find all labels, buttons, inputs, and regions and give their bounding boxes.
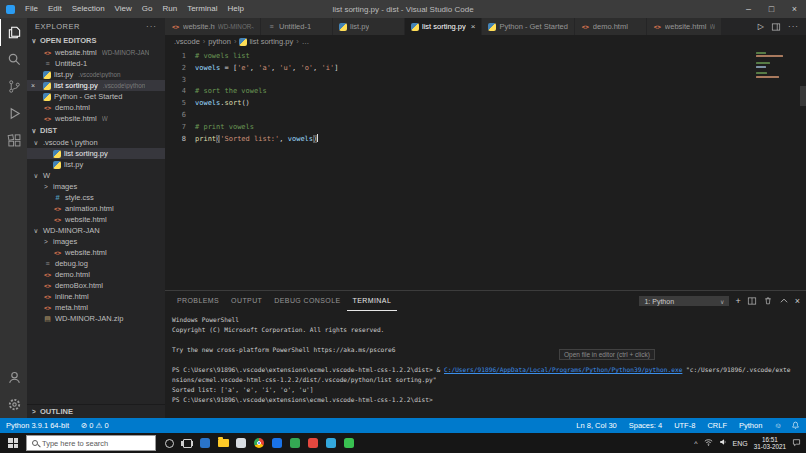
activity-extensions-icon[interactable] [0,127,27,154]
menu-selection[interactable]: Selection [67,0,110,18]
tree-item-website-html[interactable]: <>website.html [27,247,165,258]
panel-tab-debug-console[interactable]: DEBUG CONSOLE [268,291,346,311]
tray-expand-icon[interactable]: ^ [694,440,697,447]
status-indentation[interactable]: Spaces: 4 [623,421,668,430]
tree-item-list-py[interactable]: list.py [27,159,165,170]
tab-demo-html[interactable]: <>demo.html [575,18,647,35]
close-icon[interactable]: × [469,22,476,31]
tab-website-html[interactable]: <>website.htmlW [647,18,723,35]
taskbar-app-edge-icon[interactable] [196,433,214,453]
status-language-mode[interactable]: Python [733,421,768,430]
status-python-version[interactable]: Python 3.9.1 64-bit [0,421,75,430]
activity-settings-icon[interactable] [0,391,27,418]
terminal[interactable]: Windows PowerShellCopyright (C) Microsof… [165,311,806,418]
taskbar-app-store-icon[interactable] [268,433,286,453]
panel-tab-problems[interactable]: PROBLEMS [171,291,225,311]
close-icon[interactable]: × [31,82,35,89]
tree-item-demo-html[interactable]: <>demo.html [27,269,165,280]
panel-tab-output[interactable]: OUTPUT [225,291,268,311]
sidebar-more-actions-icon[interactable]: ··· [146,22,157,31]
open-editor-list-py[interactable]: list.py.vscode\python [27,69,165,80]
status-cursor-position[interactable]: Ln 8, Col 30 [570,421,622,430]
breadcrumb-item-python[interactable]: python [208,37,231,46]
status-encoding[interactable]: UTF-8 [668,421,701,430]
start-button[interactable] [0,433,26,453]
split-editor-button[interactable] [771,22,781,32]
tree-item-website-html[interactable]: <>website.html [27,214,165,225]
tree-item-list-sorting-py[interactable]: list sorting.py [27,148,165,159]
open-editor-website-html[interactable]: <>website.htmlWD-MINOR-JAN [27,47,165,58]
volume-icon[interactable] [719,438,727,448]
minimize-button[interactable]: – [737,0,760,18]
taskbar-app-telegram-icon[interactable] [322,433,340,453]
taskbar-cortana-icon[interactable] [160,433,178,453]
status-problems[interactable]: ⊘ 0 ⚠ 0 [75,421,115,430]
tree-item-style-css[interactable]: #style.css [27,192,165,203]
outline-section-header[interactable]: > OUTLINE [27,404,165,418]
more-actions-icon[interactable]: ··· [788,22,799,31]
status-feedback[interactable]: ☺ [768,421,788,430]
maximize-panel-button[interactable] [779,296,789,306]
tree-item-animation-html[interactable]: <>animation.html [27,203,165,214]
open-editor-list-sorting-py[interactable]: ×list sorting.py.vscode\python [27,80,165,91]
code-line[interactable]: 6 [165,110,806,122]
breadcrumb-item-list-sorting-py[interactable]: list sorting.py [239,37,293,46]
run-file-button[interactable]: ▷ [758,22,764,31]
tree-item-wd-minor-jan[interactable]: ∨WD-MINOR-JAN [27,225,165,236]
tree-item-w[interactable]: ∨W [27,170,165,181]
close-panel-button[interactable]: × [795,296,800,306]
code-line[interactable]: 8print('Sorted list:', vowels) [165,134,806,146]
open-editor-python-get-started[interactable]: Python - Get Started [27,91,165,102]
taskbar-app-media-icon[interactable] [304,433,322,453]
minimap[interactable] [756,52,798,79]
taskbar-app-chrome-icon[interactable] [250,433,268,453]
code-line[interactable]: 1# vowels list [165,51,806,63]
code-line[interactable]: 2vowels = ['e', 'a', 'u', 'o', 'i'] [165,63,806,75]
code-line[interactable]: 4# sort the vowels [165,86,806,98]
open-editor-demo-html[interactable]: <>demo.html [27,102,165,113]
split-terminal-button[interactable] [747,296,757,306]
close-button[interactable]: × [783,0,806,18]
menu-edit[interactable]: Edit [43,0,67,18]
code-editor[interactable]: 1# vowels list2vowels = ['e', 'a', 'u', … [165,48,806,290]
maximize-button[interactable]: □ [760,0,783,18]
tree-item-images[interactable]: >images [27,181,165,192]
open-editor-untitled-1[interactable]: ≡Untitled-1 [27,58,165,69]
code-line[interactable]: 5vowels.sort() [165,98,806,110]
tree-item-images[interactable]: >images [27,236,165,247]
editor-scrollbar[interactable] [800,86,806,106]
taskbar-file-explorer-icon[interactable] [214,433,232,453]
taskbar-app-sheets-icon[interactable] [286,433,304,453]
tree-item-vscode-python[interactable]: ∨.vscode \ python [27,137,165,148]
menu-terminal[interactable]: Terminal [182,0,222,18]
menu-run[interactable]: Run [157,0,182,18]
code-line[interactable]: 7# print vowels [165,122,806,134]
activity-explorer-icon[interactable] [0,19,27,46]
menu-file[interactable]: File [20,0,43,18]
tree-item-meta-html[interactable]: <>meta.html [27,302,165,313]
new-terminal-button[interactable]: + [735,296,740,306]
terminal-shell-selector[interactable]: 1: Python ∨ [639,296,729,306]
taskbar-task-view-icon[interactable] [178,433,196,453]
tree-item-debug-log[interactable]: ≡debug.log [27,258,165,269]
menu-go[interactable]: Go [137,0,158,18]
breadcrumb-item-[interactable]: … [302,37,310,46]
kill-terminal-button[interactable] [763,296,773,306]
code-line[interactable]: 3 [165,75,806,87]
tree-item-demobox-html[interactable]: <>demoBox.html [27,280,165,291]
panel-tab-terminal[interactable]: TERMINAL [347,291,398,311]
activity-run-debug-icon[interactable] [0,100,27,127]
language-indicator[interactable]: ENG [733,440,748,447]
open-editors-header[interactable]: ∨ OPEN EDITORS [27,34,165,47]
tab-list-py[interactable]: list.py [333,18,405,35]
tab-website-html[interactable]: <>website.htmlWD-MINOR-JAN [165,18,261,35]
activity-account-icon[interactable] [0,364,27,391]
notifications-bell-icon[interactable] [788,421,806,430]
tab-untitled-1[interactable]: ≡Untitled-1 [261,18,333,35]
taskbar-search-input[interactable]: Type here to search [26,435,156,451]
terminal-file-link[interactable]: C:/Users/91896/AppData/Local/Programs/Py… [444,366,682,373]
taskbar-app-mail-icon[interactable] [232,433,250,453]
breadcrumb-item-vscode[interactable]: .vscode [174,37,200,46]
tab-python-get-started[interactable]: Python - Get Started [482,18,574,35]
taskbar-app-whatsapp-icon[interactable] [340,433,358,453]
